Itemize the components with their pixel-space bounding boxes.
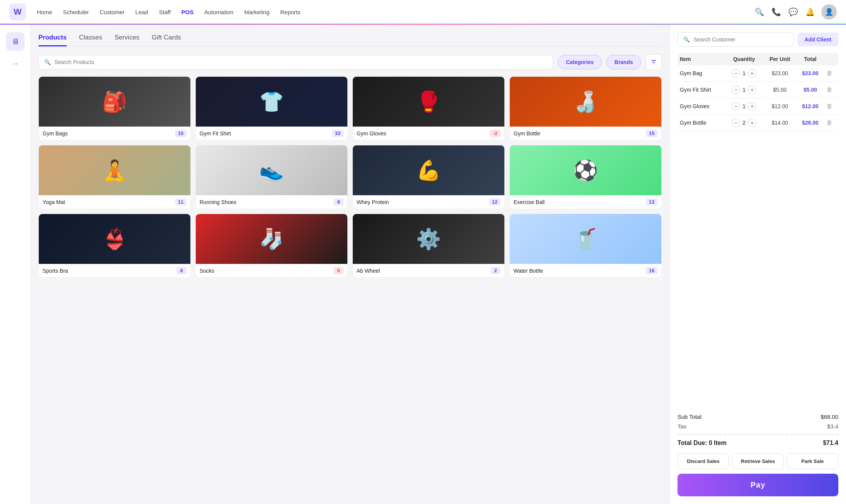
product-name-gym-gloves: Gym Gloves	[357, 130, 386, 137]
product-name-socks: Socks	[200, 268, 214, 274]
order-per-unit-gym-fit-shirt: $5.00	[763, 82, 796, 98]
product-name-gym-fit-shirt: Gym Fit Shirt	[200, 130, 231, 137]
order-row-gym-bottle: Gym Bottle − 2 + $14.00 $28.00 🗑	[677, 115, 838, 131]
qty-minus-gym-bottle[interactable]: −	[732, 119, 740, 127]
app-logo[interactable]: W	[9, 3, 26, 20]
qty-minus-gym-gloves[interactable]: −	[732, 102, 740, 110]
user-avatar[interactable]: 👤	[821, 4, 837, 20]
nav-lead[interactable]: Lead	[135, 7, 148, 17]
subtotal-row: Sub Total $68.00	[677, 412, 838, 422]
qty-minus-gym-bag[interactable]: −	[732, 69, 740, 77]
main-content: Products Classes Services Gift Cards 🔍 C…	[31, 25, 669, 504]
search-products-box[interactable]: 🔍	[38, 55, 553, 69]
tab-classes[interactable]: Classes	[79, 34, 102, 46]
qty-plus-gym-gloves[interactable]: +	[748, 102, 756, 110]
product-card-gym-bags[interactable]: 🎒 Gym Bags 10	[38, 76, 191, 140]
product-card-ab-wheel[interactable]: ⚙️ Ab Wheel 2	[352, 214, 505, 278]
nav-scheduler[interactable]: Scheduler	[63, 7, 89, 17]
tab-gift-cards[interactable]: Gift Cards	[152, 34, 181, 46]
product-name-ab-wheel: Ab Wheel	[357, 268, 380, 274]
total-due-row: Total Due: 0 Item $71.4	[677, 438, 838, 448]
product-footer-running-shoes: Running Shoes 9	[196, 195, 347, 209]
col-header-item: Item	[677, 53, 725, 65]
total-due-value: $71.4	[823, 440, 838, 446]
product-image-sports-bra: 👙	[39, 214, 190, 264]
product-name-water-bottle: Water Bottle	[514, 268, 543, 274]
product-badge-exercise-ball: 13	[646, 198, 658, 206]
nav-automation[interactable]: Automation	[204, 7, 233, 17]
nav-pos[interactable]: POS	[182, 7, 194, 17]
sidebar: 🖥 →	[0, 25, 31, 504]
customer-search-row: 🔍 Add Client	[677, 32, 838, 47]
nav-reports[interactable]: Reports	[280, 7, 301, 17]
product-card-gym-bottle[interactable]: 🍶 Gym Bottle 15	[509, 76, 662, 140]
filter-options-icon[interactable]	[646, 54, 662, 70]
qty-value-gym-bag: 1	[742, 70, 745, 76]
col-header-total: Total	[796, 53, 824, 65]
discard-sales-button[interactable]: Discard Sales	[677, 453, 729, 469]
product-footer-socks: Socks 0	[196, 264, 347, 277]
delete-gym-gloves[interactable]: 🗑	[826, 103, 833, 110]
col-header-quantity: Quantity	[725, 53, 763, 65]
product-image-ab-wheel: ⚙️	[353, 214, 504, 264]
product-image-exercise-ball: ⚽	[510, 145, 661, 195]
order-qty-gym-gloves: − 1 +	[725, 98, 763, 115]
search-customer-icon: 🔍	[683, 36, 690, 43]
whatsapp-icon[interactable]: 💬	[788, 7, 798, 17]
product-badge-yoga-mat: 11	[175, 198, 187, 206]
nav-home[interactable]: Home	[37, 7, 52, 17]
qty-plus-gym-fit-shirt[interactable]: +	[748, 86, 756, 94]
product-footer-ab-wheel: Ab Wheel 2	[353, 264, 504, 277]
customer-search-box[interactable]: 🔍	[677, 32, 794, 47]
sidebar-pos-icon[interactable]: 🖥	[6, 32, 25, 51]
search-customer-input[interactable]	[694, 36, 788, 43]
tab-bar: Products Classes Services Gift Cards	[38, 34, 662, 46]
nav-marketing[interactable]: Marketing	[244, 7, 269, 17]
phone-icon[interactable]: 📞	[771, 7, 782, 17]
nav-staff[interactable]: Staff	[159, 7, 171, 17]
tab-services[interactable]: Services	[114, 34, 139, 46]
product-badge-socks: 0	[334, 267, 344, 274]
product-card-whey-protein[interactable]: 💪 Whey Protein 12	[352, 145, 505, 209]
qty-plus-gym-bag[interactable]: +	[748, 69, 756, 77]
product-card-water-bottle[interactable]: 🥤 Water Bottle 16	[509, 214, 662, 278]
product-image-whey-protein: 💪	[353, 145, 504, 195]
delete-gym-bottle[interactable]: 🗑	[826, 119, 833, 126]
delete-gym-fit-shirt[interactable]: 🗑	[826, 86, 833, 93]
qty-plus-gym-bottle[interactable]: +	[748, 119, 756, 127]
notification-icon[interactable]: 🔔	[805, 7, 815, 17]
park-sale-button[interactable]: Park Sale	[787, 453, 838, 469]
product-footer-sports-bra: Sports Bra 6	[39, 264, 190, 277]
subtotal-label: Sub Total	[677, 413, 701, 420]
retrieve-sales-button[interactable]: Retrieve Sales	[732, 453, 783, 469]
totals-section: Sub Total $68.00 Tax $3.4 Total Due: 0 I…	[677, 412, 838, 496]
delete-gym-bag[interactable]: 🗑	[826, 70, 833, 77]
right-panel: 🔍 Add Client Item Quantity Per Unit Tota…	[669, 25, 846, 504]
order-total-gym-bag: $23.00	[796, 65, 824, 82]
product-footer-whey-protein: Whey Protein 12	[353, 195, 504, 209]
categories-filter-button[interactable]: Categories	[558, 55, 601, 69]
order-row-gym-bag: Gym Bag − 1 + $23.00 $23.00 🗑	[677, 65, 838, 82]
tax-label: Tax	[677, 423, 686, 430]
product-card-exercise-ball[interactable]: ⚽ Exercise Ball 13	[509, 145, 662, 209]
add-client-button[interactable]: Add Client	[798, 33, 838, 46]
tab-products[interactable]: Products	[38, 34, 67, 46]
search-icon[interactable]: 🔍	[754, 7, 765, 17]
subtotal-value: $68.00	[821, 413, 838, 420]
order-row-gym-gloves: Gym Gloves − 1 + $12.00 $12.00 🗑	[677, 98, 838, 115]
product-badge-gym-bags: 10	[175, 130, 187, 137]
product-card-sports-bra[interactable]: 👙 Sports Bra 6	[38, 214, 191, 278]
product-card-running-shoes[interactable]: 👟 Running Shoes 9	[195, 145, 348, 209]
product-card-gym-fit-shirt[interactable]: 👕 Gym Fit Shirt 33	[195, 76, 348, 140]
sidebar-collapse-icon[interactable]: →	[12, 60, 19, 68]
pay-button[interactable]: Pay	[677, 474, 838, 496]
search-products-input[interactable]	[55, 59, 547, 65]
product-card-yoga-mat[interactable]: 🧘 Yoga Mat 11	[38, 145, 191, 209]
nav-customer[interactable]: Customer	[100, 7, 125, 17]
brands-filter-button[interactable]: Brands	[606, 55, 641, 69]
product-card-socks[interactable]: 🧦 Socks 0	[195, 214, 348, 278]
qty-minus-gym-fit-shirt[interactable]: −	[732, 86, 740, 94]
product-card-gym-gloves[interactable]: 🥊 Gym Gloves -2	[352, 76, 505, 140]
product-name-gym-bags: Gym Bags	[43, 130, 68, 137]
product-name-gym-bottle: Gym Bottle	[514, 130, 540, 137]
